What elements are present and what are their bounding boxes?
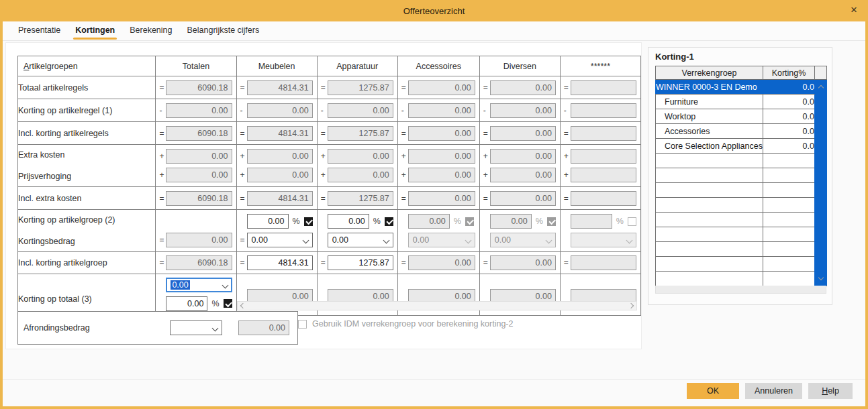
annuleren-button[interactable]: Annuleren xyxy=(745,383,802,399)
chevron-down-icon xyxy=(303,235,308,245)
korting1-empty-row[interactable] xyxy=(656,154,827,168)
verrekengroep-row-worktop[interactable]: Worktop 0.0 xyxy=(656,109,827,124)
verrekengroep-row-core-selection-appliances[interactable]: Core Selection Appliances 0.0 xyxy=(656,139,827,154)
operator: = xyxy=(564,83,571,93)
operator: = xyxy=(401,194,408,203)
korting3-pct-input[interactable]: 0.00 xyxy=(166,296,207,311)
pct-checkbox xyxy=(628,217,636,226)
korting1-empty-row[interactable] xyxy=(656,168,827,183)
korting1-empty-row[interactable] xyxy=(656,257,827,272)
row-label: Korting op artikelregel (1) xyxy=(18,99,156,122)
korting3-combobox[interactable]: 0.00 xyxy=(166,278,232,292)
korting2-pct-input[interactable]: 0.00 xyxy=(328,214,369,229)
chevron-right-icon[interactable] xyxy=(626,304,636,308)
value-field[interactable]: 1275.87 xyxy=(328,255,393,270)
value-field: 0.00 xyxy=(490,255,556,270)
korting1-horizontal-scrollbar[interactable] xyxy=(655,286,826,294)
operator: = xyxy=(483,194,490,203)
row-label: Extra kosten xyxy=(18,150,155,160)
operator: = xyxy=(321,129,328,138)
verrekengroep-row-accessories[interactable]: Accessories 0.0 xyxy=(656,124,827,139)
operator: - xyxy=(564,106,571,115)
column-header-artikelgroepen: Artikelgroepen xyxy=(18,56,156,76)
row-label: Incl. korting artikelgroep xyxy=(18,252,156,274)
chevron-left-icon[interactable] xyxy=(238,304,248,308)
korting1-empty-row[interactable] xyxy=(656,213,827,227)
korting2-pct-input xyxy=(571,214,612,229)
korting1-empty-row[interactable] xyxy=(656,242,827,257)
kortingsbedrag-combobox[interactable]: 0.00 xyxy=(328,233,393,247)
dialog-buttons: OK Annuleren Help xyxy=(687,383,853,399)
value-field xyxy=(571,168,636,182)
operator: + xyxy=(159,152,166,161)
operator: - xyxy=(483,106,490,115)
korting1-vertical-scrollbar[interactable] xyxy=(815,80,827,286)
korting1-empty-row[interactable] xyxy=(656,198,827,213)
value-field: 0.00 xyxy=(408,103,475,118)
scrollbar-track[interactable] xyxy=(248,302,626,310)
tab-belangrijkste-cijfers[interactable]: Belangrijkste cijfers xyxy=(180,22,267,40)
offerteoverzicht-dialog: Offerteoverzicht × Presentatie Kortingen… xyxy=(0,0,868,409)
pct-label: % xyxy=(536,217,543,226)
value-field: 4814.31 xyxy=(247,80,313,95)
korting1-empty-row[interactable] xyxy=(656,183,827,198)
row-totaal-artikelregels: Totaal artikelregels =6090.18 =4814.31 =… xyxy=(18,76,641,99)
value-field: 4814.31 xyxy=(247,126,313,141)
tab-presentatie[interactable]: Presentatie xyxy=(11,22,68,40)
chevron-down-icon xyxy=(466,235,471,245)
chevron-up-icon[interactable] xyxy=(815,80,826,93)
value-field xyxy=(571,255,636,270)
kortingsbedrag-combobox xyxy=(571,233,636,247)
value-field: 0.00 xyxy=(490,191,556,206)
row-korting-op-artikelgroep: Korting op artikelgroep (2) Kortingsbedr… xyxy=(18,210,641,252)
pct-checkbox[interactable] xyxy=(304,217,313,226)
pct-label: % xyxy=(293,217,300,226)
column-header-korting-pct: Korting% xyxy=(763,66,815,80)
value-field xyxy=(571,126,636,141)
operator: + xyxy=(483,170,490,180)
value-field: 0.00 xyxy=(408,149,475,164)
pct-checkbox xyxy=(547,217,556,226)
kortingsbedrag-combobox[interactable]: 0.00 xyxy=(247,233,313,247)
value-field: 0.00 xyxy=(408,191,475,206)
pct-checkbox[interactable] xyxy=(385,217,393,226)
kortingsbedrag-combobox: 0.00 xyxy=(490,233,556,247)
value-field: 0.00 xyxy=(490,126,556,141)
value-field xyxy=(571,103,636,118)
value-field: 0.00 xyxy=(328,149,393,164)
verrekengroep-table: Verrekengroep Korting% WINNER 0000-3 EN … xyxy=(655,66,827,286)
help-button[interactable]: Help xyxy=(808,383,853,399)
dialog-titlebar[interactable]: Offerteoverzicht × xyxy=(0,0,868,21)
close-icon[interactable]: × xyxy=(851,3,857,17)
operator: + xyxy=(159,170,166,180)
afrondingsbedrag-combobox[interactable] xyxy=(170,320,222,335)
idm-checkbox-row: Gebruik IDM verrekengroep voor berekenin… xyxy=(298,319,513,329)
pct-label: % xyxy=(454,217,461,226)
column-header-apparatuur: Apparatuur xyxy=(317,56,397,76)
korting1-empty-row[interactable] xyxy=(656,227,827,242)
verrekengroep-row-furniture[interactable]: Furniture 0.0 xyxy=(656,95,827,109)
verrekengroep-row-winner[interactable]: WINNER 0000-3 EN Demo 0.0 xyxy=(656,80,827,95)
chevron-down-icon[interactable] xyxy=(815,272,826,285)
chevron-down-icon xyxy=(546,235,551,245)
idm-checkbox xyxy=(298,320,307,329)
korting1-empty-row[interactable] xyxy=(656,272,827,286)
operator: - xyxy=(240,106,247,115)
operator: = xyxy=(321,258,328,268)
tab-berekening[interactable]: Berekening xyxy=(122,22,179,40)
operator: = xyxy=(401,83,408,93)
value-field: 6090.18 xyxy=(166,80,232,95)
korting1-header-row: Verrekengroep Korting% xyxy=(656,66,827,80)
korting2-pct-input[interactable]: 0.00 xyxy=(247,214,289,229)
ok-button[interactable]: OK xyxy=(687,383,739,399)
value-field: 0.00 xyxy=(408,255,475,270)
column-header-masked: ****** xyxy=(560,56,640,76)
value-field: 4814.31 xyxy=(247,191,313,206)
tab-kortingen[interactable]: Kortingen xyxy=(68,22,122,40)
pct-checkbox[interactable] xyxy=(224,299,232,308)
value-field[interactable]: 4814.31 xyxy=(247,255,313,270)
table-horizontal-scrollbar[interactable] xyxy=(237,301,637,310)
operator: = xyxy=(240,129,247,138)
value-field: 0.00 xyxy=(490,103,556,118)
value-field: 0.00 xyxy=(490,168,556,182)
